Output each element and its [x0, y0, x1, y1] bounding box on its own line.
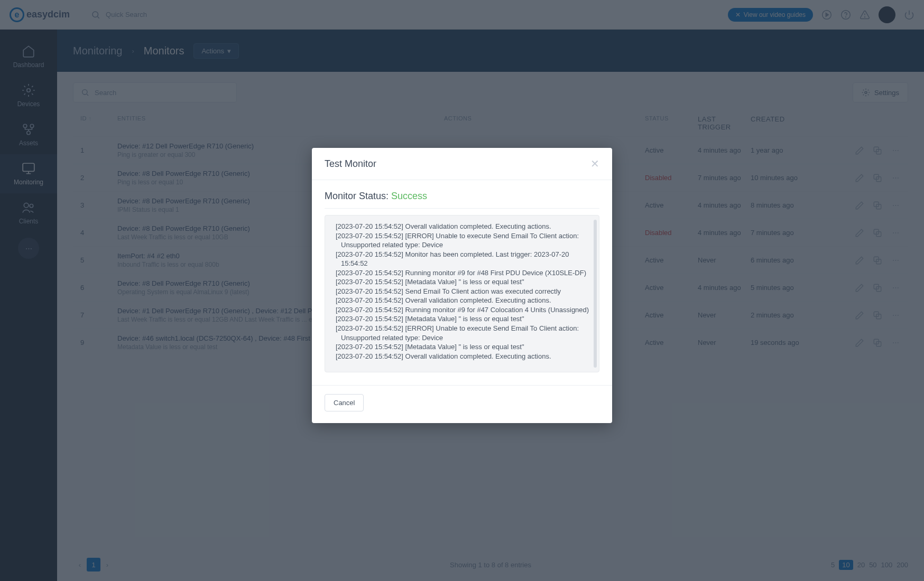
log-line: [2023-07-20 15:54:52] [Metadata Value] "…: [330, 314, 589, 324]
log-line: [2023-07-20 15:54:52] Send Email To Clie…: [330, 287, 589, 296]
log-line: [2023-07-20 15:54:52] Overall validation…: [330, 222, 589, 231]
modal-header: Test Monitor ✕: [312, 148, 612, 180]
monitor-status: Monitor Status: Success: [325, 191, 599, 209]
test-monitor-modal: Test Monitor ✕ Monitor Status: Success […: [312, 148, 612, 423]
log-output[interactable]: [2023-07-20 15:54:52] Overall validation…: [325, 215, 599, 372]
status-value: Success: [391, 191, 427, 201]
cancel-button[interactable]: Cancel: [325, 394, 364, 411]
log-line: [2023-07-20 15:54:52] [ERROR] Unable to …: [330, 231, 589, 250]
log-line: [2023-07-20 15:54:52] Running monitor #9…: [330, 268, 589, 278]
log-line: [2023-07-20 15:54:52] [ERROR] Unable to …: [330, 324, 589, 342]
modal-footer: Cancel: [312, 385, 612, 423]
log-line: [2023-07-20 15:54:52] Monitor has been c…: [330, 250, 589, 268]
log-line: [2023-07-20 15:54:52] Overall validation…: [330, 352, 589, 361]
modal-overlay: Test Monitor ✕ Monitor Status: Success […: [0, 0, 924, 581]
close-icon[interactable]: ✕: [590, 157, 599, 170]
modal-title: Test Monitor: [325, 158, 376, 170]
log-line: [2023-07-20 15:54:52] Running monitor #9…: [330, 305, 589, 315]
modal-body: Monitor Status: Success [2023-07-20 15:5…: [312, 180, 612, 385]
log-line: [2023-07-20 15:54:52] [Metadata Value] "…: [330, 342, 589, 352]
log-line: [2023-07-20 15:54:52] [Metadata Value] "…: [330, 277, 589, 287]
log-line: [2023-07-20 15:54:52] Overall validation…: [330, 296, 589, 305]
